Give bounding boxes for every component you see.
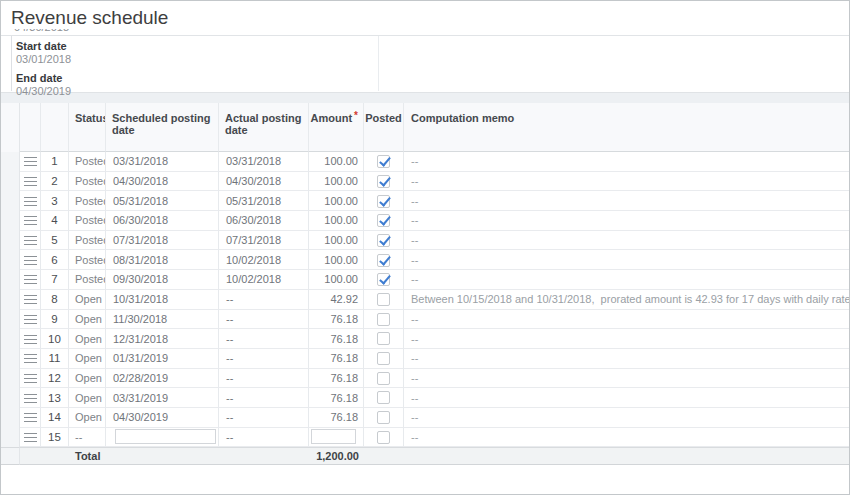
cell-drag: [20, 152, 41, 172]
table-row: 10Open12/31/2018--76.18--: [1, 329, 849, 349]
cell-actual: 05/31/2018: [219, 191, 309, 211]
amount-input[interactable]: [311, 429, 356, 444]
row-gutter: [1, 211, 20, 231]
cell-status: Open: [69, 290, 106, 310]
table-row: 7Posted09/30/201810/02/2018100.00--: [1, 270, 849, 290]
cell-row-number: 13: [41, 388, 69, 408]
posted-checkbox[interactable]: [377, 352, 390, 365]
table-row: 13Open03/31/2019--76.18--: [1, 388, 849, 408]
drag-handle-icon[interactable]: [24, 433, 37, 442]
posted-checkbox-checked[interactable]: [377, 254, 390, 267]
drag-handle-icon[interactable]: [24, 413, 37, 422]
cell-actual: 06/30/2018: [219, 211, 309, 231]
cell-drag: [20, 172, 41, 192]
cell-scheduled: 12/31/2018: [106, 329, 219, 349]
posted-checkbox[interactable]: [377, 293, 390, 306]
cell-memo: --: [404, 191, 849, 211]
drag-handle-icon[interactable]: [24, 275, 37, 284]
posted-checkbox[interactable]: [377, 372, 390, 385]
table-row: 15------: [1, 428, 849, 448]
cell-status: Posted: [69, 191, 106, 211]
drag-handle-icon[interactable]: [24, 354, 37, 363]
posted-checkbox[interactable]: [377, 332, 390, 345]
cell-posted: [364, 172, 404, 192]
posted-checkbox[interactable]: [377, 313, 390, 326]
drag-handle-icon[interactable]: [24, 256, 37, 265]
drag-handle-icon[interactable]: [24, 157, 37, 166]
total-memo-spacer: [404, 447, 849, 465]
drag-handle-icon[interactable]: [24, 177, 37, 186]
cell-memo: --: [404, 250, 849, 270]
revenue-schedule-window: Revenue schedule 04/30/2018 Start date 0…: [0, 0, 850, 495]
row-gutter: [1, 369, 20, 389]
form-area: Start date 03/01/2018 End date 04/30/201…: [1, 36, 849, 92]
posted-checkbox-checked[interactable]: [377, 273, 390, 286]
amount-header-label: Amount: [311, 112, 353, 124]
cell-scheduled: 07/31/2018: [106, 231, 219, 251]
drag-handle-icon[interactable]: [24, 374, 37, 383]
cell-memo: --: [404, 211, 849, 231]
schedule-table: Status Scheduled posting date Actual pos…: [1, 103, 849, 465]
cell-status: Posted: [69, 152, 106, 172]
cell-memo: --: [404, 369, 849, 389]
cell-amount: [309, 428, 364, 448]
table-row: 14Open04/30/2019--76.18--: [1, 408, 849, 428]
cell-actual: --: [219, 408, 309, 428]
cell-actual: --: [219, 349, 309, 369]
row-gutter: [1, 290, 20, 310]
drag-handle-icon[interactable]: [24, 295, 37, 304]
posted-checkbox[interactable]: [377, 431, 390, 444]
cell-scheduled: 04/30/2019: [106, 408, 219, 428]
total-label: Total: [69, 447, 219, 465]
cell-status: Open: [69, 329, 106, 349]
drag-handle-icon[interactable]: [24, 216, 37, 225]
cell-amount: 100.00: [309, 250, 364, 270]
total-posted-spacer: [364, 447, 404, 465]
cell-posted: [364, 211, 404, 231]
drag-handle-icon[interactable]: [24, 197, 37, 206]
cell-actual: --: [219, 388, 309, 408]
row-gutter: [1, 172, 20, 192]
posted-checkbox-checked[interactable]: [377, 214, 390, 227]
cell-amount: 100.00: [309, 270, 364, 290]
start-date-field: Start date 03/01/2018: [16, 40, 378, 66]
cell-amount: 76.18: [309, 408, 364, 428]
cell-scheduled: 06/30/2018: [106, 211, 219, 231]
scheduled-date-input[interactable]: [115, 429, 216, 444]
cell-status: Open: [69, 349, 106, 369]
posted-checkbox-checked[interactable]: [377, 155, 390, 168]
posted-checkbox-checked[interactable]: [377, 234, 390, 247]
table-row: 6Posted08/31/201810/02/2018100.00--: [1, 250, 849, 270]
drag-handle-icon[interactable]: [24, 315, 37, 324]
posted-checkbox-checked[interactable]: [377, 195, 390, 208]
cell-drag: [20, 388, 41, 408]
cell-row-number: 4: [41, 211, 69, 231]
cell-actual: 07/31/2018: [219, 231, 309, 251]
cell-drag: [20, 211, 41, 231]
posted-checkbox[interactable]: [377, 411, 390, 424]
cell-row-number: 12: [41, 369, 69, 389]
drag-handle-icon[interactable]: [24, 394, 37, 403]
drag-handle-icon[interactable]: [24, 335, 37, 344]
cell-posted: [364, 290, 404, 310]
drag-handle-icon[interactable]: [24, 236, 37, 245]
cell-amount: 76.18: [309, 369, 364, 389]
row-gutter: [1, 408, 20, 428]
column-header-status: Status: [69, 103, 106, 152]
cell-drag: [20, 191, 41, 211]
cell-posted: [364, 310, 404, 330]
cell-amount: 76.18: [309, 388, 364, 408]
cell-memo: --: [404, 172, 849, 192]
cell-row-number: 11: [41, 349, 69, 369]
cell-actual: --: [219, 369, 309, 389]
cell-scheduled: 05/31/2018: [106, 191, 219, 211]
row-gutter: [1, 152, 20, 172]
posted-checkbox-checked[interactable]: [377, 175, 390, 188]
cell-memo: --: [404, 388, 849, 408]
cell-status: Posted: [69, 250, 106, 270]
start-date-value: 03/01/2018: [16, 53, 378, 66]
cell-amount: 76.18: [309, 349, 364, 369]
cell-drag: [20, 231, 41, 251]
posted-checkbox[interactable]: [377, 391, 390, 404]
cell-memo: --: [404, 408, 849, 428]
